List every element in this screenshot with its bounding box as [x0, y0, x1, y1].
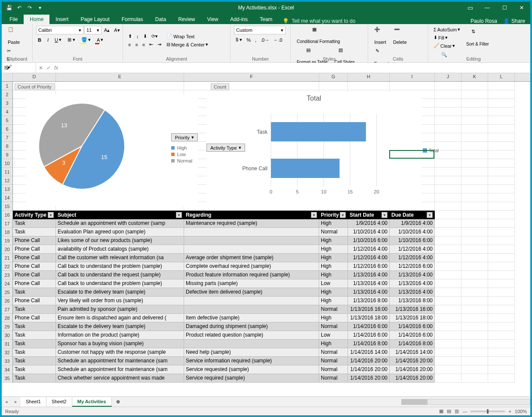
row-header-30[interactable]: 30 [2, 331, 12, 340]
table-cell[interactable]: 1/12/2016 6:00 [390, 262, 435, 271]
table-row[interactable]: Phone CallLikes some of our new products… [13, 236, 435, 245]
filter-arrow-icon[interactable]: ▾ [48, 212, 54, 218]
select-all-corner[interactable] [2, 73, 13, 82]
table-cell[interactable]: High [319, 236, 348, 245]
fill-button[interactable]: ⬇ Fill ▾ [432, 34, 462, 41]
table-cell[interactable]: Phone Call [13, 297, 56, 305]
table-header-activity-type[interactable]: Activity Type▾ [13, 211, 56, 219]
row-header-7[interactable]: 7 [2, 133, 12, 142]
table-cell[interactable]: 1/13/2016 18:00 [348, 314, 390, 322]
table-cell[interactable]: High [319, 245, 348, 254]
table-row[interactable]: Phone CallCall the customer with relevan… [13, 254, 435, 262]
table-cell[interactable]: 1/13/2016 4:00 [390, 288, 435, 297]
percent-icon[interactable]: % [245, 36, 252, 43]
priority-slicer-button[interactable]: Priority ▾ [171, 133, 198, 141]
undo-icon[interactable]: ↶ [15, 4, 23, 12]
sheet-nav-prev[interactable]: ◂ [2, 399, 11, 405]
table-cell[interactable]: Normal [319, 365, 348, 374]
activities-table[interactable]: Activity Type▾Subject▾Regarding▾Priority… [13, 211, 435, 383]
enter-formula-icon[interactable]: ✓ [46, 65, 51, 71]
row-header-8[interactable]: 8 [2, 142, 12, 150]
row-header-17[interactable]: 17 [2, 219, 12, 228]
row-header-9[interactable]: 9 [2, 150, 12, 159]
pivot-count-priority-label[interactable]: Count of Priority [15, 83, 55, 90]
table-cell[interactable]: Schedule an appointment with customer (s… [56, 219, 184, 228]
horizontal-scrollbar[interactable] [401, 399, 530, 405]
table-row[interactable]: Phone CallEnsure item is dispatched agai… [13, 314, 435, 322]
table-cell[interactable]: Average order shipment time (sample) [184, 254, 319, 262]
increase-decimal-icon[interactable]: .0→ [259, 36, 271, 43]
table-cell[interactable]: 1/9/2016 4:00 [348, 219, 390, 228]
table-row[interactable]: TaskSchedule an appointment for maintena… [13, 365, 435, 374]
activity-type-slicer-button[interactable]: Activity Type ▾ [206, 144, 245, 152]
table-cell[interactable] [184, 228, 319, 236]
fx-icon[interactable]: fx [54, 65, 58, 71]
table-cell[interactable]: Task [13, 365, 56, 374]
row-header-19[interactable]: 19 [2, 236, 12, 245]
bar-chart[interactable]: Total Activity Type ▾ 05101520TaskPhone … [206, 92, 421, 208]
row-header-18[interactable]: 18 [2, 228, 12, 236]
table-cell[interactable]: Normal [319, 228, 348, 236]
table-cell[interactable]: Normal [319, 322, 348, 331]
table-cell[interactable]: High [319, 288, 348, 297]
table-cell[interactable]: Low [319, 279, 348, 288]
table-cell[interactable]: Customer not happy with the response (sa… [56, 348, 184, 357]
table-cell[interactable]: Product feature information required (sa… [184, 271, 319, 279]
table-cell[interactable]: Very likely will order from us (sample) [56, 297, 184, 305]
row-header-6[interactable]: 6 [2, 125, 12, 133]
table-row[interactable]: TaskInformation on the product (sample)P… [13, 331, 435, 340]
table-row[interactable]: Phone Callavailability of Product catalo… [13, 245, 435, 254]
table-cell[interactable]: 1/13/2016 8:00 [348, 297, 390, 305]
table-cell[interactable]: Complete overhaul required (sample) [184, 262, 319, 271]
ribbon-options-icon[interactable]: ▭ [461, 2, 479, 14]
table-cell[interactable]: Schedule an appointment for maintenance … [56, 357, 184, 365]
align-center-icon[interactable]: ≡ [133, 41, 139, 48]
new-sheet-button[interactable]: ⊕ [112, 399, 124, 405]
table-cell[interactable]: 1/9/2016 4:00 [390, 219, 435, 228]
row-header-34[interactable]: 34 [2, 365, 12, 374]
column-header-H[interactable]: H [348, 73, 390, 81]
underline-button[interactable]: U ▾ [53, 36, 63, 43]
table-cell[interactable]: High [319, 314, 348, 322]
table-row[interactable]: TaskEscalate to the delivery team (sampl… [13, 288, 435, 297]
table-cell[interactable]: 1/10/2016 6:00 [348, 236, 390, 245]
table-cell[interactable]: availability of Product catalogs (sample… [56, 245, 184, 254]
table-cell[interactable] [184, 236, 319, 245]
column-header-F[interactable]: F [184, 73, 319, 81]
table-cell[interactable]: 1/14/2016 8:00 [348, 340, 390, 348]
row-header-33[interactable]: 33 [2, 357, 12, 365]
table-cell[interactable]: Task [13, 374, 56, 383]
table-row[interactable]: Phone CallCall back to understand the re… [13, 271, 435, 279]
tab-add-ins[interactable]: Add-ins [224, 15, 254, 24]
row-header-31[interactable]: 31 [2, 340, 12, 348]
table-cell[interactable]: Sponsor has a buying vision (sample) [56, 340, 184, 348]
row-header-14[interactable]: 14 [2, 193, 12, 202]
table-cell[interactable]: 1/13/2016 8:00 [390, 297, 435, 305]
table-cell[interactable]: Service required (sample) [184, 374, 319, 383]
tab-view[interactable]: View [201, 15, 224, 24]
table-cell[interactable]: Phone Call [13, 314, 56, 322]
table-header-regarding[interactable]: Regarding▾ [184, 211, 319, 219]
row-header-12[interactable]: 12 [2, 176, 12, 185]
increase-font-icon[interactable]: A▴ [102, 26, 111, 34]
table-cell[interactable]: Phone Call [13, 245, 56, 254]
column-header-I[interactable]: I [390, 73, 435, 81]
row-header-32[interactable]: 32 [2, 348, 12, 357]
table-cell[interactable]: Normal [319, 374, 348, 383]
table-row[interactable]: Phone CallCall back to understand the pr… [13, 279, 435, 288]
table-cell[interactable]: 1/13/2016 4:00 [348, 288, 390, 297]
cancel-formula-icon[interactable]: ✕ [39, 65, 43, 71]
row-header-24[interactable]: 24 [2, 279, 12, 288]
row-header-27[interactable]: 27 [2, 305, 12, 314]
tab-insert[interactable]: Insert [49, 15, 74, 24]
tab-team[interactable]: Team [254, 15, 278, 24]
table-cell[interactable]: 1/12/2016 4:00 [348, 245, 390, 254]
table-cell[interactable]: 1/13/2016 4:00 [348, 279, 390, 288]
row-header-20[interactable]: 20 [2, 245, 12, 254]
table-cell[interactable]: Call back to understand the problem (sam… [56, 279, 184, 288]
zoom-slider[interactable] [470, 411, 505, 412]
border-button[interactable]: ⊞ ▾ [66, 36, 77, 43]
table-cell[interactable]: Task [13, 219, 56, 228]
table-cell[interactable]: High [319, 297, 348, 305]
table-cell[interactable]: 1/13/2016 16:00 [390, 305, 435, 314]
